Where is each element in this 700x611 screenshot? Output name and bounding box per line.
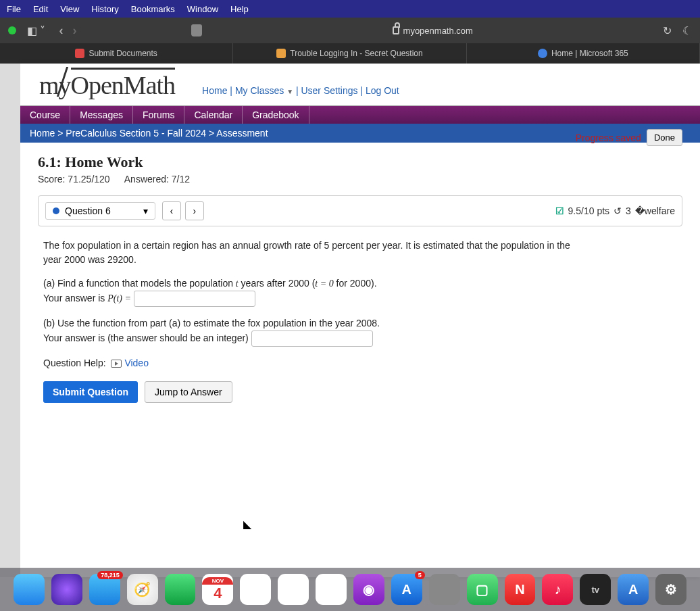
tab-forums[interactable]: Forums — [133, 106, 184, 124]
tab-course[interactable]: Course — [20, 106, 70, 124]
privacy-shield-icon[interactable] — [191, 24, 202, 36]
dock-tv[interactable]: tv — [580, 574, 611, 605]
status-dot-icon — [53, 207, 59, 214]
tab-icon — [75, 49, 84, 58]
tab-icon — [276, 49, 286, 58]
browser-tab[interactable]: Submit Documents — [0, 43, 233, 64]
tab-messages[interactable]: Messages — [70, 106, 133, 124]
dock-settings[interactable]: ⚙ — [655, 574, 686, 605]
breadcrumb-course[interactable]: PreCalculus Section 5 - Fall 2024 — [66, 128, 206, 139]
tab-icon — [538, 49, 547, 58]
menu-history[interactable]: History — [91, 4, 118, 14]
lock-icon — [393, 26, 399, 34]
browser-tab[interactable]: Home | Microsoft 365 — [467, 43, 700, 64]
dock-appstore[interactable]: A5 — [391, 574, 422, 605]
reload-icon[interactable]: ↻ — [663, 24, 672, 37]
score-text: Score: 71.25/120 — [38, 174, 110, 185]
dock-siri[interactable] — [51, 574, 82, 605]
details-icon[interactable]: �welfare — [635, 205, 675, 216]
dock-fontbook[interactable]: A — [618, 574, 649, 605]
answered-text: Answered: 7/12 — [124, 174, 190, 185]
jump-to-answer-button[interactable]: Jump to Answer — [145, 381, 232, 403]
dock-news[interactable]: N — [505, 574, 536, 605]
dock-mail[interactable]: 78,215 — [89, 574, 120, 605]
site-nav: Home | My Classes ▼ | User Settings | Lo… — [202, 85, 399, 100]
question-part-b: (b) Use the function from part (a) to es… — [43, 316, 586, 347]
menu-window[interactable]: Window — [187, 4, 218, 14]
menu-help[interactable]: Help — [230, 4, 249, 14]
mouse-cursor-icon: ◣ — [243, 518, 251, 531]
dock-messages[interactable] — [165, 574, 196, 605]
nav-user-settings[interactable]: User Settings — [301, 85, 357, 96]
browser-tab[interactable]: Trouble Logging In - Secret Question — [233, 43, 466, 64]
menu-edit[interactable]: Edit — [33, 4, 48, 14]
chevron-down-icon: ▼ — [286, 88, 293, 95]
site-logo[interactable]: myOpenMath — [39, 70, 175, 100]
menu-bookmarks[interactable]: Bookmarks — [131, 4, 175, 14]
breadcrumb-home[interactable]: Home — [30, 128, 55, 139]
back-button[interactable]: ‹ — [59, 24, 63, 38]
dock-safari[interactable]: 🧭 — [127, 574, 158, 605]
menu-view[interactable]: View — [60, 4, 79, 14]
mail-badge: 78,215 — [97, 571, 123, 579]
dock-finder[interactable] — [14, 574, 45, 605]
nav-my-classes[interactable]: My Classes ▼ — [235, 85, 293, 96]
check-icon: ☑ — [555, 205, 564, 216]
answer-a-input[interactable] — [134, 291, 255, 307]
site-header: myOpenMath Home | My Classes ▼ | User Se… — [20, 64, 700, 105]
progress-saved-text: Progress saved — [576, 132, 641, 143]
page-content: myOpenMath Home | My Classes ▼ | User Se… — [20, 64, 700, 577]
address-bar[interactable]: myopenmath.com — [209, 26, 656, 36]
course-tabs: Course Messages Forums Calendar Gradeboo… — [20, 105, 700, 124]
question-toolbar: Question 6 ▾ ‹ › ☑ 9.5/10 pts ↺ 3 �welfa… — [38, 195, 682, 226]
dock-podcasts[interactable]: ◉ — [353, 574, 384, 605]
video-icon — [111, 360, 122, 368]
window-close-icon[interactable] — [8, 26, 16, 34]
submit-question-button[interactable]: Submit Question — [43, 381, 138, 403]
question-selector[interactable]: Question 6 ▾ — [45, 202, 155, 220]
retry-icon[interactable]: ↺ — [614, 205, 622, 216]
question-intro: The fox population in a certain region h… — [43, 239, 586, 267]
dark-mode-icon[interactable]: ☾ — [682, 24, 692, 37]
chevron-down-icon: ▾ — [143, 205, 148, 216]
dock-calendar[interactable]: NOV4 — [202, 574, 233, 605]
mac-menubar: File Edit View History Bookmarks Window … — [0, 0, 700, 18]
tab-calendar[interactable]: Calendar — [184, 106, 243, 124]
video-help-link[interactable]: Video — [111, 358, 149, 368]
dock-reminders[interactable]: ☰ — [240, 574, 271, 605]
next-question-button[interactable]: › — [185, 201, 204, 220]
dock-notes[interactable] — [278, 574, 309, 605]
dock-facetime[interactable]: ▢ — [467, 574, 498, 605]
dock-music[interactable]: ♪ — [542, 574, 573, 605]
question-help: Question Help: Video — [43, 356, 586, 370]
done-button[interactable]: Done — [647, 129, 682, 146]
tab-gradebook[interactable]: Gradebook — [243, 106, 309, 124]
assignment-title: 6.1: Home Work — [38, 153, 682, 171]
dock-photos[interactable]: ❀ — [316, 574, 347, 605]
question-part-a: (a) Find a function that models the popu… — [43, 276, 586, 307]
forward-button[interactable]: › — [72, 24, 76, 38]
nav-home[interactable]: Home — [202, 85, 227, 96]
prev-question-button[interactable]: ‹ — [162, 201, 181, 220]
dock: 78,215 🧭 NOV4 ☰ ❀ ◉ A5 ▢ N ♪ tv A ⚙ — [0, 568, 700, 611]
breadcrumb-page: Assessment — [216, 128, 268, 139]
sidebar-toggle-icon[interactable]: ◧ ˅ — [27, 24, 45, 37]
question-body: The fox population in a certain region h… — [38, 226, 592, 415]
nav-logout[interactable]: Log Out — [366, 85, 399, 96]
browser-toolbar: ◧ ˅ ‹ › myopenmath.com ↻ ☾ — [0, 18, 700, 43]
question-score: ☑ 9.5/10 pts ↺ 3 �welfare — [555, 205, 675, 216]
dock-maps[interactable] — [429, 574, 460, 605]
answer-b-input[interactable] — [251, 331, 373, 347]
menu-file[interactable]: File — [7, 4, 21, 14]
browser-tabbar: Submit Documents Trouble Logging In - Se… — [0, 43, 700, 64]
